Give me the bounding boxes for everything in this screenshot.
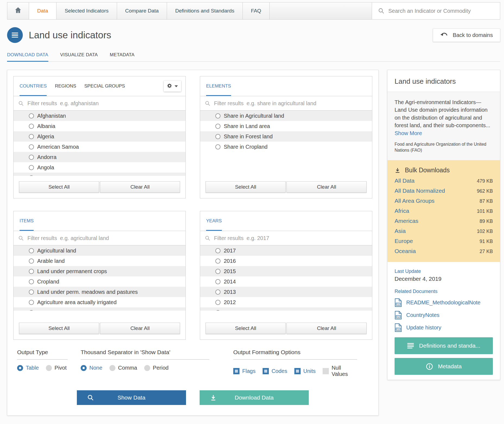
bulk-link-americas[interactable]: Americas bbox=[395, 218, 418, 224]
bulk-link-all-area-groups[interactable]: All Area Groups bbox=[395, 198, 434, 204]
list-item[interactable]: Arable land bbox=[14, 256, 185, 266]
years-select-all-button[interactable]: Select All bbox=[206, 323, 286, 334]
doc-link-country-notes[interactable]: CountryNotes bbox=[406, 312, 439, 318]
list-item[interactable]: Share in Agricultural land bbox=[200, 111, 372, 121]
countries-clear-all-button[interactable]: Clear All bbox=[100, 181, 180, 193]
tab-visualize-data[interactable]: VISUALIZE DATA bbox=[60, 52, 98, 62]
menu-button[interactable] bbox=[7, 27, 23, 43]
list-item[interactable]: Andorra bbox=[14, 152, 185, 162]
checkbox-flags[interactable]: Flags bbox=[233, 368, 256, 374]
radio-icon[interactable] bbox=[215, 248, 220, 253]
radio-icon[interactable] bbox=[215, 134, 220, 139]
nav-tab-faq[interactable]: FAQ bbox=[243, 2, 270, 19]
list-item[interactable]: American Samoa bbox=[14, 142, 185, 152]
radio-icon[interactable] bbox=[29, 289, 34, 295]
nav-search-input[interactable] bbox=[388, 8, 494, 14]
bulk-link-asia[interactable]: Asia bbox=[395, 228, 406, 234]
list-item[interactable]: Share in Land area bbox=[200, 121, 372, 131]
list-item[interactable]: 2017 bbox=[200, 245, 372, 256]
radio-icon[interactable] bbox=[29, 300, 34, 305]
nav-tab-selected-indicators[interactable]: Selected Indicators bbox=[56, 2, 117, 19]
nav-tab-definitions-standards[interactable]: Definitions and Standards bbox=[167, 2, 243, 19]
bulk-link-africa[interactable]: Africa bbox=[395, 208, 409, 214]
radio-icon[interactable] bbox=[215, 258, 220, 264]
radio-icon[interactable] bbox=[29, 269, 34, 274]
radio-icon[interactable] bbox=[29, 248, 34, 253]
list-item[interactable]: Land under permanent crops bbox=[14, 266, 185, 276]
show-data-button[interactable]: Show Data bbox=[77, 390, 186, 405]
list-item[interactable]: Algeria bbox=[14, 131, 185, 142]
list-item[interactable]: Agriculture area actually irrigated bbox=[14, 297, 185, 307]
radio-icon[interactable] bbox=[215, 144, 220, 149]
nav-home-tab[interactable] bbox=[7, 2, 29, 19]
radio-table[interactable]: Table bbox=[17, 365, 39, 371]
definitions-and-standards-button[interactable]: Definitions and standa... bbox=[395, 337, 493, 354]
countries-settings-button[interactable] bbox=[164, 81, 181, 92]
checkbox-null-values[interactable]: Null Values bbox=[323, 365, 357, 377]
checkbox-units[interactable]: Units bbox=[294, 368, 316, 374]
items-filter-input[interactable] bbox=[27, 235, 181, 241]
list-item[interactable]: Agricultural land bbox=[14, 245, 185, 256]
list-item[interactable]: 2014 bbox=[200, 276, 372, 287]
list-item[interactable]: Albania bbox=[14, 121, 185, 131]
list-item-partial[interactable] bbox=[14, 307, 185, 311]
bulk-link-europe[interactable]: Europe bbox=[395, 238, 413, 244]
list-item[interactable]: Cropland bbox=[14, 276, 185, 287]
elements-clear-all-button[interactable]: Clear All bbox=[286, 181, 367, 193]
countries-select-all-button[interactable]: Select All bbox=[19, 181, 99, 193]
radio-pivot[interactable]: Pivot bbox=[46, 365, 67, 371]
list-item[interactable]: Share in Cropland bbox=[200, 142, 372, 152]
radio-icon[interactable] bbox=[29, 258, 34, 264]
tab-years[interactable]: YEARS bbox=[206, 218, 222, 231]
tab-elements[interactable]: ELEMENTS bbox=[206, 83, 231, 96]
radio-none[interactable]: None bbox=[81, 365, 102, 371]
list-item[interactable]: 2012 bbox=[200, 297, 372, 307]
back-to-domains-button[interactable]: Back to domains bbox=[433, 29, 500, 42]
list-item[interactable]: 2015 bbox=[200, 266, 372, 276]
radio-icon[interactable] bbox=[215, 124, 220, 129]
list-item[interactable]: Angola bbox=[14, 162, 185, 173]
tab-countries[interactable]: COUNTRIES bbox=[20, 83, 47, 96]
doc-link-update-history[interactable]: Update history bbox=[406, 325, 441, 331]
radio-icon[interactable] bbox=[29, 113, 34, 119]
list-item-partial[interactable] bbox=[14, 173, 185, 176]
list-item[interactable]: Afghanistan bbox=[14, 111, 185, 121]
show-more-link[interactable]: Show More bbox=[395, 130, 422, 136]
elements-filter-input[interactable] bbox=[214, 100, 367, 107]
list-item-partial[interactable] bbox=[200, 307, 372, 311]
radio-comma[interactable]: Comma bbox=[109, 365, 137, 371]
radio-icon[interactable] bbox=[29, 134, 34, 139]
list-item[interactable]: Land under perm. meadows and pastures bbox=[14, 287, 185, 297]
document-link-row[interactable]: PDF Update history bbox=[395, 323, 493, 332]
radio-icon[interactable] bbox=[215, 279, 220, 284]
items-select-all-button[interactable]: Select All bbox=[19, 323, 99, 334]
tab-metadata[interactable]: METADATA bbox=[110, 52, 134, 62]
radio-icon[interactable] bbox=[215, 113, 220, 119]
document-link-row[interactable]: PDF README_MethodologicalNote bbox=[395, 298, 493, 307]
nav-tab-data[interactable]: Data bbox=[29, 2, 56, 19]
list-item[interactable]: 2016 bbox=[200, 256, 372, 266]
radio-period[interactable]: Period bbox=[144, 365, 169, 371]
bulk-link-all-data-normalized[interactable]: All Data Normalized bbox=[395, 188, 445, 194]
tab-special-groups[interactable]: SPECIAL GROUPS bbox=[84, 83, 125, 96]
metadata-button[interactable]: Metadata bbox=[395, 358, 493, 375]
tab-regions[interactable]: REGIONS bbox=[55, 83, 76, 96]
radio-icon[interactable] bbox=[29, 155, 34, 160]
radio-icon[interactable] bbox=[215, 269, 220, 274]
radio-icon[interactable] bbox=[29, 124, 34, 129]
bulk-link-oceania[interactable]: Oceania bbox=[395, 248, 416, 254]
download-data-button[interactable]: Download Data bbox=[200, 390, 309, 405]
radio-icon[interactable] bbox=[215, 300, 220, 305]
years-filter-input[interactable] bbox=[214, 235, 367, 241]
radio-icon[interactable] bbox=[215, 289, 220, 295]
radio-icon[interactable] bbox=[29, 144, 34, 149]
list-item[interactable]: 2013 bbox=[200, 287, 372, 297]
document-link-row[interactable]: PDF CountryNotes bbox=[395, 311, 493, 319]
list-item[interactable]: Share in Forest land bbox=[200, 131, 372, 142]
nav-tab-compare-data[interactable]: Compare Data bbox=[117, 2, 167, 19]
radio-icon[interactable] bbox=[29, 279, 34, 284]
countries-filter-input[interactable] bbox=[27, 100, 181, 107]
radio-icon[interactable] bbox=[29, 165, 34, 170]
years-clear-all-button[interactable]: Clear All bbox=[286, 323, 367, 334]
elements-select-all-button[interactable]: Select All bbox=[206, 181, 286, 193]
